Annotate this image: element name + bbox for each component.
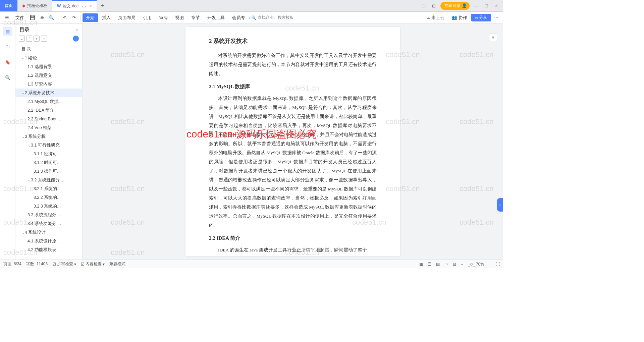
- menu-chapter[interactable]: 章节: [188, 13, 203, 22]
- menu-bar: ☰ 文件 💾 🖶 🔍 ↶ ↷ 开始 插入 页面布局 引用 审阅 视图 章节 开发…: [0, 12, 503, 24]
- maximize-icon[interactable]: ☐: [483, 2, 490, 9]
- login-button[interactable]: 立即登录👤: [440, 2, 470, 10]
- outline-icon[interactable]: ▤: [3, 26, 12, 36]
- tab-home[interactable]: 首页: [0, 0, 17, 11]
- document-area[interactable]: 📄▾ ≡ ‹ 2 系统开发技术 对系统的开发需要做好准备工作，其中安装开发的工具…: [83, 24, 503, 260]
- zoom-in[interactable]: +: [489, 262, 491, 267]
- menu-devtools[interactable]: 开发工具: [204, 13, 228, 22]
- cloud-status[interactable]: ☁ 未上云: [423, 13, 448, 22]
- node-3-1-1[interactable]: 3.1.1 经济可...: [15, 150, 82, 158]
- menu-insert[interactable]: 插入: [99, 13, 114, 22]
- node-1-2[interactable]: 1.2 选题意义: [15, 71, 82, 80]
- menu-member[interactable]: 会员专: [229, 13, 249, 22]
- node-2-2[interactable]: 2.2 IDEA 简介: [15, 106, 82, 115]
- node-3-2[interactable]: ⌄3.2 系统性能分 ...: [15, 176, 82, 184]
- view-web-icon[interactable]: ☰: [428, 262, 431, 267]
- tab-bar: 首页 ◆ 找稻壳模板 W 论文.doc ▭ × + ⬚ ⊞ 立即登录👤 — ☐ …: [0, 0, 503, 12]
- para-mysql: 本设计用到的数据库就是 MySQL 数据库，之所以用到这个数据库的原因很多。首先…: [209, 94, 377, 230]
- node-3-1-3[interactable]: 3.1.3 操作可...: [15, 167, 82, 176]
- word-icon: W: [57, 4, 61, 8]
- heading-ch2: 2 系统开发技术: [209, 37, 377, 45]
- view-read-icon[interactable]: ▭: [444, 262, 448, 267]
- zoom-fit-icon[interactable]: ⊡: [453, 262, 456, 267]
- node-ch2[interactable]: ⌄2 系统开发技术: [15, 89, 82, 97]
- close-outline-icon[interactable]: ×: [75, 27, 78, 32]
- apps-icon[interactable]: ⊞: [430, 2, 437, 9]
- diamond-icon: ◆: [22, 3, 25, 8]
- fullscreen-icon[interactable]: ⛶: [496, 262, 500, 267]
- word-counter[interactable]: 字数: 11403: [26, 261, 48, 267]
- side-tab-icon[interactable]: ‹: [497, 198, 503, 212]
- compat-mode[interactable]: 兼容模式: [109, 261, 125, 267]
- new-tab-button[interactable]: +: [97, 0, 108, 11]
- undo-icon[interactable]: ↶: [60, 13, 69, 22]
- ai-icon[interactable]: [73, 36, 79, 42]
- node-4-2[interactable]: 4.2 功能模块设...: [15, 245, 82, 254]
- zoom-level[interactable]: ⎯◯⎯ 70%: [468, 262, 484, 267]
- save-icon[interactable]: 💾: [28, 13, 37, 22]
- node-4-1[interactable]: 4.1 系统设计原...: [15, 237, 82, 245]
- heading-2-2: 2.2 IDEA 简介: [209, 235, 377, 241]
- preview-icon[interactable]: 🔍: [47, 13, 56, 22]
- print-icon[interactable]: 🖶: [38, 13, 46, 22]
- add-icon[interactable]: +: [34, 36, 40, 42]
- bookmark-icon[interactable]: 🔖: [3, 57, 12, 67]
- search-rail-icon[interactable]: 🔍: [3, 73, 12, 82]
- more-arrow-icon[interactable]: ›: [249, 15, 251, 20]
- document-page: 2 系统开发技术 对系统的开发需要做好准备工作，其中安装开发的工具以及学习开发中…: [185, 27, 400, 256]
- menu-reference[interactable]: 引用: [140, 13, 155, 22]
- node-3-2-1[interactable]: 3.2.1 系统的...: [15, 184, 82, 193]
- menu-view[interactable]: 视图: [172, 13, 187, 22]
- close-window-icon[interactable]: ×: [493, 2, 500, 9]
- collapse-all-icon[interactable]: ⌄: [19, 36, 25, 42]
- layout-icon[interactable]: ⬚: [420, 2, 427, 9]
- status-bar: 页面: 8/34 字数: 11403 ☑ 拼写检查 ▾ ☑ 内容检查 ▾ 兼容模…: [0, 260, 503, 268]
- share-button[interactable]: ⎋ 分享: [471, 14, 491, 21]
- tab-template[interactable]: ◆ 找稻壳模板: [17, 0, 52, 11]
- close-icon[interactable]: ×: [89, 3, 92, 9]
- node-3-2-3[interactable]: 3.2.3 系统的...: [15, 202, 82, 211]
- node-3-3[interactable]: 3.3 系统流程分 ...: [15, 211, 82, 219]
- node-3-4[interactable]: 3.4 系统功能分 ...: [15, 219, 82, 228]
- spellcheck-toggle[interactable]: ☑ 拼写检查 ▾: [52, 261, 76, 267]
- para-intro: 对系统的开发需要做好准备工作，其中安装开发的工具以及学习开发中需要运用的技术都是…: [209, 51, 377, 78]
- hamburger-icon[interactable]: ☰: [3, 13, 11, 22]
- node-3-2-2[interactable]: 3.2.2 系统的...: [15, 193, 82, 202]
- tab-document[interactable]: W 论文.doc ▭ ×: [52, 0, 97, 11]
- node-root[interactable]: 目 录: [15, 45, 82, 54]
- node-1-1[interactable]: 1.1 选题背景: [15, 62, 82, 71]
- node-2-4[interactable]: 2.4 Vue 框架: [15, 123, 82, 132]
- view-page-icon[interactable]: ▦: [419, 262, 423, 267]
- remove-icon[interactable]: −: [41, 36, 47, 42]
- command-search[interactable]: 🔍 查找命令、搜索模板: [251, 15, 294, 20]
- node-3-1[interactable]: ⌄3.1 可行性研究: [15, 141, 82, 150]
- more-icon[interactable]: ⋯: [492, 13, 500, 22]
- monitor-icon[interactable]: ▭: [82, 4, 86, 9]
- outline-tree: 目 录 ⌄1 绪论 1.1 选题背景 1.2 选题意义 1.3 研究内容 ⌄2 …: [15, 43, 82, 260]
- coop-button[interactable]: 👥 协作: [448, 13, 471, 22]
- menu-review[interactable]: 审阅: [156, 13, 171, 22]
- expand-all-icon[interactable]: ⌃: [26, 36, 32, 42]
- search-icon: 🔍: [251, 15, 256, 20]
- node-2-1[interactable]: 2.1 MySQL 数据...: [15, 97, 82, 106]
- menu-file[interactable]: 文件: [12, 13, 28, 22]
- menu-layout[interactable]: 页面布局: [115, 13, 139, 22]
- node-ch3[interactable]: ⌄3 系统分析: [15, 132, 82, 141]
- left-rail: ▤ 🗀 🔖 🔍: [0, 24, 15, 260]
- node-ch1[interactable]: ⌄1 绪论: [15, 54, 82, 62]
- toolbox-icon[interactable]: ≡: [489, 33, 497, 41]
- zoom-out[interactable]: −: [461, 262, 463, 267]
- folder-icon[interactable]: 🗀: [3, 42, 12, 51]
- node-ch4[interactable]: ⌄4 系统设计: [15, 228, 82, 237]
- redo-icon[interactable]: ↷: [69, 13, 78, 22]
- menu-start[interactable]: 开始: [83, 13, 98, 22]
- node-2-3[interactable]: 2.3 Spring Boot ...: [15, 115, 82, 123]
- outline-panel: 目录 × ⌄ ⌃ + − 目 录 ⌄1 绪论 1.1 选题背景 1.2 选题意义…: [15, 24, 83, 260]
- view-outline-icon[interactable]: ▤: [436, 262, 440, 267]
- content-check[interactable]: ☑ 内容检查 ▾: [81, 261, 105, 267]
- page-counter[interactable]: 页面: 8/34: [3, 261, 21, 267]
- node-3-1-2[interactable]: 3.1.2 时间可...: [15, 158, 82, 167]
- outline-title: 目录: [19, 26, 30, 33]
- minimize-icon[interactable]: —: [473, 2, 480, 9]
- node-1-3[interactable]: 1.3 研究内容: [15, 80, 82, 89]
